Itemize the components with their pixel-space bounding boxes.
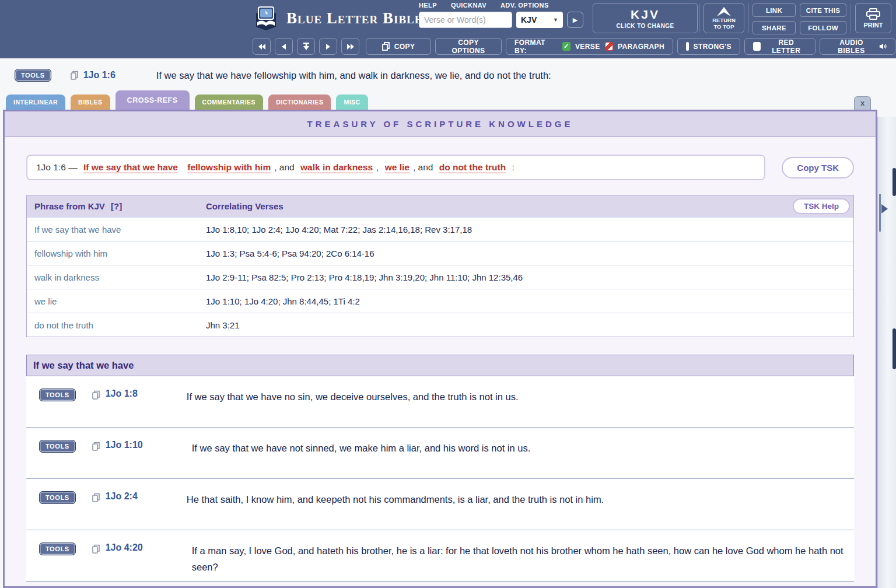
divider <box>850 4 851 33</box>
search-go-button[interactable]: ▶ <box>567 12 583 28</box>
close-panel-button[interactable]: x <box>854 96 871 110</box>
panel-resize-handle[interactable] <box>879 194 881 232</box>
phrase-cell-link[interactable]: do not the truth <box>27 320 206 330</box>
phrase-sep-4: , and <box>413 162 433 172</box>
panel-expand-arrow-icon[interactable] <box>881 204 888 214</box>
link-button[interactable]: LINK <box>752 4 796 17</box>
tab-commentaries[interactable]: COMMENTARIES <box>195 94 264 110</box>
jump-to-verse-button[interactable] <box>297 38 315 55</box>
version-select-value: KJV <box>521 15 537 24</box>
phrase-help-link[interactable]: [?] <box>111 201 122 211</box>
table-row: we lie 1Jo 1:10; 1Jo 4:20; Jhn 8:44,45; … <box>27 289 853 313</box>
paragraph-no-icon[interactable] <box>605 42 613 51</box>
logo-title: Blue Letter Bible <box>286 9 422 27</box>
verse-reference-link[interactable]: 1Jo 1:6 <box>83 70 116 80</box>
verses-cell: 1Jo 1:3; Psa 5:4-6; Psa 94:20; 2Co 6:14-… <box>206 249 853 258</box>
search-area: HELP QUICKNAV ADV. OPTIONS KJV ▼ ▶ <box>419 2 583 28</box>
tsk-phrase-box: 1Jo 1:6 — If we say that we have fellows… <box>26 155 765 180</box>
search-input[interactable] <box>419 12 512 28</box>
verse-checkbox-checked-icon[interactable]: ✓ <box>562 42 570 51</box>
strongs-toggle-button[interactable]: STRONG'S <box>677 38 740 55</box>
copy-tsk-button[interactable]: Copy TSK <box>782 157 854 178</box>
scrollbar-thumb[interactable] <box>892 168 896 196</box>
copy-options-label: COPY OPTIONS <box>444 38 493 55</box>
blb-logo[interactable]: Blue Letter Bible <box>253 5 422 32</box>
prev-chapter-button[interactable] <box>253 38 271 55</box>
tab-interlinear[interactable]: INTERLINEAR <box>6 94 65 110</box>
help-link[interactable]: HELP <box>419 2 437 9</box>
down-arrow-bar-icon <box>303 43 310 50</box>
phrase-link-4[interactable]: we lie <box>385 162 410 172</box>
verse-reference-link[interactable]: 1Jo 4:20 <box>106 542 143 553</box>
right-arrow-icon <box>326 43 331 50</box>
tab-cross-refs[interactable]: CROSS-REFS <box>116 90 190 110</box>
phrase-cell-link[interactable]: fellowship with him <box>27 249 206 258</box>
quicknav-link[interactable]: QUICKNAV <box>451 2 487 9</box>
cross-reference-verse-list: TOOLS 1Jo 1:8 If we say that we have no … <box>26 376 854 582</box>
share-button[interactable]: SHARE <box>752 21 796 34</box>
print-label: PRINT <box>864 22 883 29</box>
current-verse-row: TOOLS 1Jo 1:6 If we say that we have fel… <box>15 69 551 82</box>
header-toolbar: COPY COPY OPTIONS FORMAT BY: ✓ VERSE PAR… <box>0 36 896 58</box>
phrase-link-3[interactable]: walk in darkness <box>300 162 373 172</box>
list-item: TOOLS 1Jo 1:10 If we say that we have no… <box>26 428 854 479</box>
verse-tools-button[interactable]: TOOLS <box>39 491 76 504</box>
copy-verse-icon[interactable] <box>71 71 78 80</box>
copy-verse-icon[interactable] <box>92 390 100 400</box>
print-button[interactable]: PRINT <box>855 3 891 33</box>
phrase-cell-link[interactable]: we lie <box>27 296 206 306</box>
prev-verse-button[interactable] <box>275 38 293 55</box>
speaker-icon <box>879 43 887 50</box>
verse-tools-button[interactable]: TOOLS <box>39 440 76 453</box>
verse-tools-button[interactable]: TOOLS <box>15 69 51 82</box>
phrase-sep-2: , and <box>274 162 294 172</box>
phrase-link-1[interactable]: If we say that we have <box>83 162 178 172</box>
go-arrow-icon: ▶ <box>573 16 578 24</box>
phrase-cell-link[interactable]: walk in darkness <box>27 272 206 282</box>
audio-bibles-button[interactable]: AUDIO BIBLES <box>820 38 895 55</box>
format-paragraph-label[interactable]: PARAGRAPH <box>618 43 664 51</box>
copy-button[interactable]: COPY <box>366 38 431 55</box>
copy-verse-icon[interactable] <box>92 493 100 502</box>
verse-text: He that saith, I know him, and keepeth n… <box>187 491 849 508</box>
tab-dictionaries[interactable]: DICTIONARIES <box>268 94 331 110</box>
cite-this-button[interactable]: CITE THIS <box>800 4 846 17</box>
format-verse-label[interactable]: VERSE <box>575 43 600 51</box>
search-row: KJV ▼ ▶ <box>419 12 583 28</box>
return-to-top-button[interactable]: RETURN TO TOP <box>704 3 744 33</box>
verse-reference-link[interactable]: 1Jo 1:10 <box>106 440 143 450</box>
version-change-button[interactable]: KJV CLICK TO CHANGE <box>593 3 698 33</box>
audio-bibles-label: AUDIO BIBLES <box>828 38 874 55</box>
copy-verse-icon[interactable] <box>92 544 100 554</box>
phrase-link-2[interactable]: fellowship with him <box>187 162 271 172</box>
scrollbar-thumb[interactable] <box>892 328 896 369</box>
red-letter-checkbox-icon <box>753 42 761 51</box>
version-label: KJV <box>631 8 660 22</box>
verse-reference-link[interactable]: 1Jo 2:4 <box>106 491 138 502</box>
verse-tools-button[interactable]: TOOLS <box>39 542 76 555</box>
phrase-cell-link[interactable]: If we say that we have <box>27 225 206 235</box>
follow-button[interactable]: FOLLOW <box>800 21 846 34</box>
up-arrow-icon <box>716 7 732 17</box>
verse-tools-button[interactable]: TOOLS <box>39 388 76 401</box>
next-verse-button[interactable] <box>319 38 337 55</box>
phrase-sep-3: , <box>376 162 379 172</box>
tsk-help-button[interactable]: TSK Help <box>793 198 850 214</box>
next-chapter-button[interactable] <box>341 38 359 55</box>
tab-bibles[interactable]: BIBLES <box>71 94 110 110</box>
header-top-row: Blue Letter Bible HELP QUICKNAV ADV. OPT… <box>0 0 896 36</box>
phrase-link-5[interactable]: do not the truth <box>439 162 506 172</box>
adv-options-link[interactable]: ADV. OPTIONS <box>501 2 549 9</box>
copy-options-button[interactable]: COPY OPTIONS <box>435 38 502 55</box>
strongs-checkbox-icon <box>686 42 689 51</box>
copy-verse-icon[interactable] <box>92 442 100 451</box>
printer-icon <box>866 8 880 20</box>
red-letter-toggle-button[interactable]: RED LETTER <box>744 38 816 55</box>
col-verses-header: Correlating Verses <box>206 201 793 211</box>
col-phrase-header: Phrase from KJV [?] <box>27 201 206 211</box>
format-by-group: FORMAT BY: ✓ VERSE PARAGRAPH <box>506 38 673 55</box>
version-select[interactable]: KJV ▼ <box>516 12 563 28</box>
tab-misc[interactable]: MISC <box>336 94 368 110</box>
verse-reference-link[interactable]: 1Jo 1:8 <box>106 388 138 399</box>
left-arrow-icon <box>281 43 286 50</box>
